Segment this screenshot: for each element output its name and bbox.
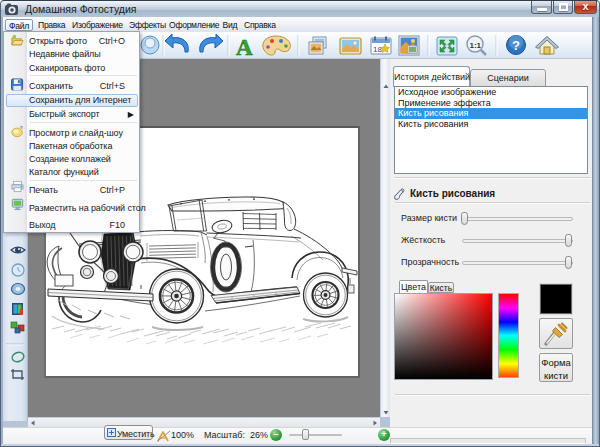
- svg-text:18: 18: [373, 45, 382, 54]
- svg-text:1:1: 1:1: [470, 41, 482, 50]
- svg-text:?: ?: [512, 38, 520, 53]
- svg-text:A: A: [236, 35, 253, 59]
